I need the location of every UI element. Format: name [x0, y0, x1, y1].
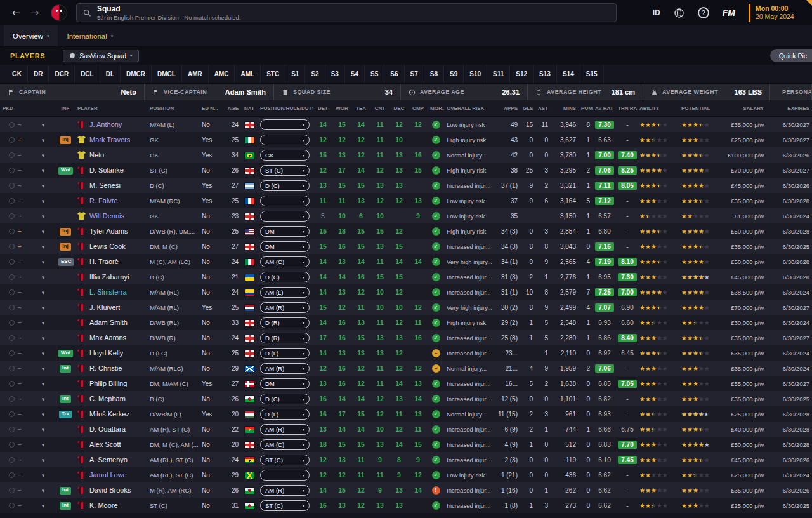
position-filter-dr[interactable]: DR: [28, 65, 49, 84]
position-filter-s4[interactable]: S4: [345, 65, 365, 84]
cell-player[interactable]: M. Senesi: [75, 182, 147, 189]
table-row[interactable]: –▾WntLloyd KellyD (LC)No25D (L)▾14131313…: [0, 345, 812, 361]
player-name[interactable]: Illia Zabarnyi: [89, 273, 129, 281]
column-header-apps[interactable]: APPS: [495, 105, 520, 111]
expand-chevron-icon[interactable]: ▾: [42, 427, 45, 433]
player-name[interactable]: H. Traorè: [89, 258, 119, 265]
column-header-ability[interactable]: ABILITY: [637, 105, 679, 111]
role-duty-dropdown[interactable]: ▾: [260, 470, 310, 481]
cell-role[interactable]: ▾: [258, 135, 313, 145]
cell-expand[interactable]: ▾: [30, 289, 56, 296]
table-row[interactable]: –▾J. KluivertM/AM (RL)Yes25AM (R)▾151211…: [0, 300, 812, 315]
role-duty-dropdown[interactable]: AM (R)▾: [260, 363, 310, 374]
expand-chevron-icon[interactable]: ▾: [42, 198, 45, 204]
role-duty-dropdown[interactable]: D (C)▾: [260, 394, 310, 404]
role-duty-dropdown[interactable]: ▾: [260, 119, 310, 130]
player-name[interactable]: J. Kluivert: [89, 303, 120, 311]
position-filter-s10[interactable]: S10: [464, 65, 487, 84]
player-name[interactable]: Alex Scott: [89, 441, 121, 448]
cell-role[interactable]: D (C)▾: [258, 394, 313, 404]
player-name[interactable]: Philip Billing: [89, 380, 127, 387]
expand-chevron-icon[interactable]: ▾: [42, 335, 45, 342]
table-row[interactable]: –▾WntD. SolankeST (C)No26ST (C)▾12171412…: [0, 163, 812, 178]
player-name[interactable]: A. Semenyo: [89, 456, 128, 463]
cell-role[interactable]: AM (L)▾: [258, 287, 313, 298]
player-name[interactable]: Adam Smith: [89, 319, 128, 326]
cell-player[interactable]: Lloyd Kelly: [75, 349, 147, 357]
role-duty-dropdown[interactable]: ▾: [260, 196, 310, 206]
position-filter-amc[interactable]: AMC: [209, 65, 235, 84]
cell-expand[interactable]: ▾: [30, 152, 56, 159]
club-crest-icon[interactable]: [51, 4, 67, 21]
cell-expand[interactable]: ▾: [30, 487, 56, 494]
player-name[interactable]: D. Ouattara: [89, 425, 126, 433]
role-duty-dropdown[interactable]: AM (R)▾: [260, 485, 310, 496]
expand-chevron-icon[interactable]: ▾: [42, 244, 45, 250]
cell-role[interactable]: D (R)▾: [258, 333, 313, 343]
player-name[interactable]: Mark Travers: [89, 136, 130, 143]
table-row[interactable]: –▾InjLewis CookDM, M (C)No27DM▾151615131…: [0, 239, 812, 254]
position-filter-dcl[interactable]: DCL: [75, 65, 100, 84]
role-duty-dropdown[interactable]: D (R)▾: [260, 317, 310, 328]
role-duty-dropdown[interactable]: ST (C)▾: [260, 455, 310, 465]
position-filter-stc[interactable]: STC: [261, 65, 285, 84]
cell-role[interactable]: ST (C)▾: [258, 165, 313, 176]
help-button[interactable]: ?: [698, 7, 709, 18]
table-row[interactable]: –▾Philip BillingDM, M/AM (C)Yes27DM▾1316…: [0, 376, 812, 391]
expand-chevron-icon[interactable]: ▾: [42, 274, 45, 281]
expand-chevron-icon[interactable]: ▾: [42, 472, 45, 479]
role-duty-dropdown[interactable]: AM (C)▾: [260, 256, 310, 267]
position-filter-dmcl[interactable]: DMCL: [152, 65, 182, 84]
role-duty-dropdown[interactable]: AM (R)▾: [260, 302, 310, 313]
column-header-cmp[interactable]: CMP: [409, 105, 428, 111]
expand-chevron-icon[interactable]: ▾: [42, 411, 45, 418]
cell-role[interactable]: AM (R)▾: [258, 302, 313, 313]
cell-player[interactable]: Tyler Adams: [75, 227, 147, 235]
position-filter-s13[interactable]: S13: [534, 65, 557, 84]
column-header-dec[interactable]: DEC: [390, 105, 409, 111]
role-duty-dropdown[interactable]: ▾: [260, 211, 310, 222]
table-row[interactable]: –▾IntC. MephamD (C)No26D (C)▾16141412131…: [0, 391, 812, 406]
role-duty-dropdown[interactable]: AM (C)▾: [260, 439, 310, 450]
table-row[interactable]: –▾InjTyler AdamsD/WB (R), DM,...No25DM▾1…: [0, 223, 812, 239]
position-filter-s2[interactable]: S2: [305, 65, 325, 84]
role-duty-dropdown[interactable]: GK▾: [260, 150, 310, 161]
cell-player[interactable]: Philip Billing: [75, 380, 147, 387]
expand-chevron-icon[interactable]: ▾: [42, 396, 45, 402]
cell-player[interactable]: Jamal Lowe: [75, 471, 147, 479]
player-name[interactable]: Miloš Kerkez: [89, 410, 129, 418]
player-name[interactable]: M. Senesi: [89, 182, 121, 189]
cell-expand[interactable]: ▾: [30, 380, 56, 387]
cell-expand[interactable]: ▾: [30, 258, 56, 265]
cell-expand[interactable]: ▾: [30, 426, 56, 433]
expand-chevron-icon[interactable]: ▾: [42, 229, 45, 235]
column-header-mins[interactable]: MINS: [551, 105, 579, 111]
cell-player[interactable]: Adam Smith: [75, 319, 147, 326]
column-header-gls[interactable]: GLS: [520, 105, 535, 111]
expand-chevron-icon[interactable]: ▾: [42, 289, 45, 296]
cell-player[interactable]: R. Christie: [75, 364, 147, 372]
column-header-trn-rat[interactable]: TRN RAT: [615, 105, 637, 111]
player-name[interactable]: Neto: [89, 151, 104, 159]
cell-role[interactable]: AM (R)▾: [258, 485, 313, 496]
table-row[interactable]: –▾IntR. ChristieM/AM (RLC)No29AM (R)▾121…: [0, 361, 812, 376]
column-header-inf[interactable]: INF: [56, 105, 75, 111]
cell-expand[interactable]: ▾: [30, 136, 56, 143]
cell-expand[interactable]: ▾: [30, 167, 56, 174]
player-name[interactable]: R. Faivre: [89, 197, 118, 204]
cell-player[interactable]: Mark Travers: [75, 136, 147, 143]
cell-expand[interactable]: ▾: [30, 228, 56, 235]
cell-player[interactable]: Illia Zabarnyi: [75, 273, 147, 281]
cell-player[interactable]: K. Moore: [75, 501, 147, 509]
expand-chevron-icon[interactable]: ▾: [42, 488, 45, 494]
cell-role[interactable]: D (L)▾: [258, 409, 313, 420]
expand-chevron-icon[interactable]: ▾: [42, 168, 45, 174]
expand-chevron-icon[interactable]: ▾: [42, 442, 45, 448]
expand-chevron-icon[interactable]: ▾: [42, 137, 45, 143]
position-filter-dmcr[interactable]: DMCR: [121, 65, 152, 84]
role-duty-dropdown[interactable]: ST (C)▾: [260, 165, 310, 176]
cell-role[interactable]: D (L)▾: [258, 348, 313, 359]
cell-player[interactable]: Alex Scott: [75, 441, 147, 448]
cell-expand[interactable]: ▾: [30, 197, 56, 204]
cell-player[interactable]: Neto: [75, 151, 147, 159]
